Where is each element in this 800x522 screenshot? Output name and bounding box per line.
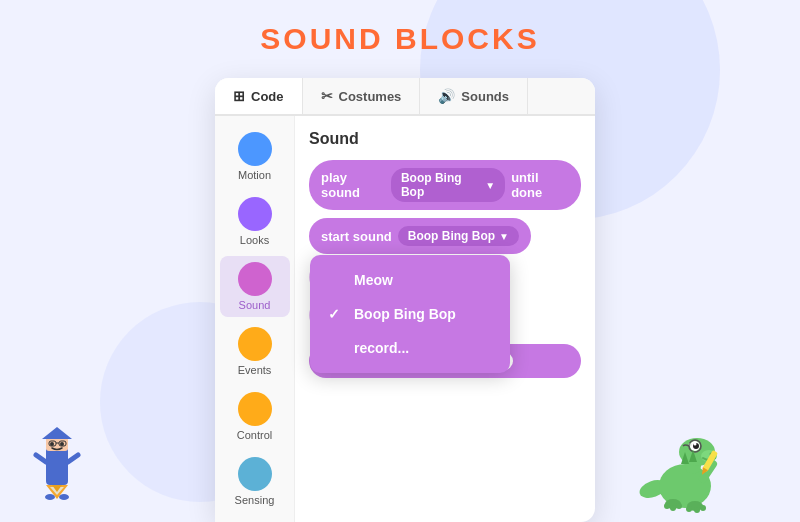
dropdown-item-meow[interactable]: Meow bbox=[310, 263, 510, 297]
sidebar: Motion Looks Sound Events Control Sensin bbox=[215, 116, 295, 522]
svg-point-38 bbox=[700, 505, 706, 511]
meow-label: Meow bbox=[354, 272, 393, 288]
looks-dot bbox=[238, 197, 272, 231]
tab-code[interactable]: ⊞ Code bbox=[215, 78, 303, 116]
sidebar-item-control[interactable]: Control bbox=[220, 386, 290, 447]
start-sound-dropdown[interactable]: Boop Bing Bop ▼ bbox=[398, 226, 519, 246]
control-dot bbox=[238, 392, 272, 426]
start-sound-name: Boop Bing Bop bbox=[408, 229, 495, 243]
tab-sounds[interactable]: 🔊 Sounds bbox=[420, 78, 528, 114]
start-sound-prefix: start sound bbox=[321, 229, 392, 244]
sidebar-item-sound[interactable]: Sound bbox=[220, 256, 290, 317]
svg-point-22 bbox=[694, 443, 697, 446]
sidebar-label-sensing: Sensing bbox=[235, 494, 275, 506]
play-sound-arrow: ▼ bbox=[485, 180, 495, 191]
code-icon: ⊞ bbox=[233, 88, 245, 104]
svg-line-11 bbox=[68, 455, 78, 462]
sidebar-label-sound: Sound bbox=[239, 299, 271, 311]
sensing-dot bbox=[238, 457, 272, 491]
record-label: record... bbox=[354, 340, 409, 356]
start-sound-arrow: ▼ bbox=[499, 231, 509, 242]
tab-costumes[interactable]: ✂ Costumes bbox=[303, 78, 421, 114]
svg-point-35 bbox=[676, 503, 682, 509]
dropdown-item-boop[interactable]: ✓ Boop Bing Bop bbox=[310, 297, 510, 331]
sounds-icon: 🔊 bbox=[438, 88, 455, 104]
dino-mascot bbox=[635, 424, 720, 514]
tabs-bar: ⊞ Code ✂ Costumes 🔊 Sounds bbox=[215, 78, 595, 116]
svg-point-5 bbox=[60, 442, 64, 446]
svg-point-37 bbox=[694, 507, 700, 513]
sidebar-item-motion[interactable]: Motion bbox=[220, 126, 290, 187]
boop-label: Boop Bing Bop bbox=[354, 306, 456, 322]
svg-point-12 bbox=[45, 494, 55, 500]
play-sound-block[interactable]: play sound Boop Bing Bop ▼ until done bbox=[309, 160, 581, 210]
tab-sounds-label: Sounds bbox=[461, 89, 509, 104]
play-sound-prefix: play sound bbox=[321, 170, 385, 200]
sound-dropdown-menu: Meow ✓ Boop Bing Bop record... bbox=[310, 255, 510, 373]
sound-dot bbox=[238, 262, 272, 296]
sidebar-label-motion: Motion bbox=[238, 169, 271, 181]
svg-rect-0 bbox=[46, 447, 68, 485]
sidebar-item-looks[interactable]: Looks bbox=[220, 191, 290, 252]
svg-line-10 bbox=[36, 455, 46, 462]
sidebar-label-events: Events bbox=[238, 364, 272, 376]
svg-point-13 bbox=[59, 494, 69, 500]
svg-point-4 bbox=[50, 442, 54, 446]
svg-point-34 bbox=[670, 505, 676, 511]
sidebar-label-looks: Looks bbox=[240, 234, 269, 246]
pencil-mascot bbox=[30, 427, 85, 507]
svg-point-36 bbox=[686, 506, 692, 512]
play-sound-suffix: until done bbox=[511, 170, 569, 200]
boop-checkmark: ✓ bbox=[328, 306, 344, 322]
play-sound-dropdown[interactable]: Boop Bing Bop ▼ bbox=[391, 168, 505, 202]
events-dot bbox=[238, 327, 272, 361]
play-sound-name: Boop Bing Bop bbox=[401, 171, 481, 199]
page-title: SOUND BLOCKS bbox=[0, 0, 800, 74]
sidebar-label-control: Control bbox=[237, 429, 272, 441]
motion-dot bbox=[238, 132, 272, 166]
sidebar-item-events[interactable]: Events bbox=[220, 321, 290, 382]
start-sound-block[interactable]: start sound Boop Bing Bop ▼ bbox=[309, 218, 531, 254]
svg-marker-14 bbox=[42, 427, 72, 439]
sidebar-item-sensing[interactable]: Sensing bbox=[220, 451, 290, 512]
costumes-icon: ✂ bbox=[321, 88, 333, 104]
svg-point-33 bbox=[664, 503, 670, 509]
dropdown-item-record[interactable]: record... bbox=[310, 331, 510, 365]
tab-costumes-label: Costumes bbox=[339, 89, 402, 104]
section-title: Sound bbox=[309, 130, 581, 148]
tab-code-label: Code bbox=[251, 89, 284, 104]
